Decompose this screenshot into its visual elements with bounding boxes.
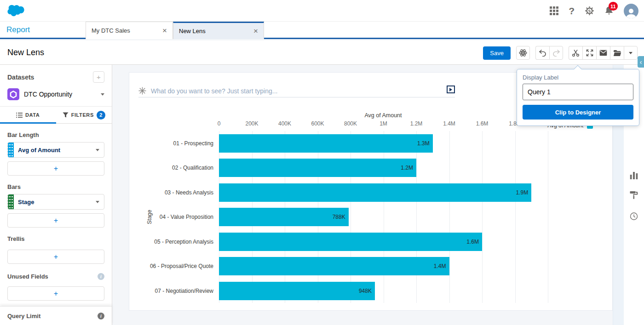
x-tick-label: 0 (218, 120, 221, 127)
bar-track: 1.9M (219, 180, 612, 205)
salesforce-logo-icon (7, 5, 24, 18)
category-label: 07 - Negotiation/Review (129, 288, 219, 294)
page-title: New Lens (7, 48, 44, 57)
category-label: 01 - Prospecting (129, 140, 219, 147)
info-icon[interactable]: i (98, 313, 104, 319)
bar-track: 1.4M (219, 254, 612, 279)
bar-track: 948K (219, 279, 612, 303)
formatting-roller-icon[interactable] (630, 191, 638, 201)
tab-label: My DTC Sales (92, 27, 130, 34)
bar-length-field[interactable]: Avg of Amount (7, 142, 104, 158)
tab-label: New Lens (179, 28, 206, 34)
x-tick-label: 1.4M (443, 120, 455, 127)
bar-length-value: Avg of Amount (14, 147, 96, 154)
share-email-button[interactable] (596, 46, 610, 60)
tab-my-dtc-sales[interactable]: My DTC Sales × (86, 22, 173, 39)
x-tick-label: 600K (311, 120, 324, 127)
bars-field[interactable]: Stage (7, 194, 104, 210)
x-tick-label: 400K (278, 120, 291, 127)
chart-row: 03 - Needs Analysis1.9M (129, 180, 612, 205)
sparkle-icon (138, 87, 146, 95)
actions-group (569, 46, 638, 60)
bar-track: 1.2M (219, 156, 612, 181)
app-launcher-icon[interactable] (550, 6, 558, 15)
search-input[interactable]: What do you want to see? Just start typi… (151, 87, 447, 95)
datasets-label: Datasets (7, 74, 34, 81)
clip-scissors-button[interactable] (569, 46, 582, 60)
close-icon[interactable]: × (162, 27, 167, 34)
category-label: 06 - Proposal/Price Quote (129, 263, 219, 269)
fullscreen-expand-button[interactable] (582, 46, 596, 60)
x-tick-label: 1M (380, 120, 387, 127)
clip-to-designer-button[interactable]: Clip to Designer (523, 105, 633, 120)
tab-new-lens[interactable]: New Lens × (173, 22, 264, 39)
bar-value-label: 948K (359, 288, 372, 294)
display-label-input[interactable] (523, 84, 633, 100)
query-limit-label: Query Limit (7, 313, 40, 319)
bar-track: 1.6M (219, 229, 612, 254)
bar[interactable]: 1.9M (219, 183, 531, 202)
info-icon[interactable]: i (98, 273, 104, 280)
chart-row: 04 - Value Proposition788K (129, 205, 612, 230)
chevron-down-icon (101, 93, 104, 96)
bar[interactable]: 1.4M (219, 257, 449, 275)
redo-button[interactable] (549, 46, 563, 60)
bar-value-label: 1.4M (434, 263, 446, 269)
tab-filters[interactable]: FILTERS 2 (56, 107, 112, 123)
drag-handle-icon[interactable] (8, 194, 14, 209)
bar-track: 788K (219, 205, 612, 230)
run-query-button[interactable] (447, 86, 455, 93)
x-tick-label: 200K (245, 120, 258, 127)
close-icon[interactable]: × (253, 27, 258, 35)
more-actions-dropdown[interactable] (624, 46, 638, 60)
dataset-icon (7, 88, 19, 100)
lens-toolbar: Save (483, 46, 638, 60)
add-trellis-button[interactable]: + (7, 250, 104, 264)
notifications-bell-icon[interactable]: 11 (604, 6, 614, 16)
play-icon (449, 88, 452, 91)
tab-data-label: DATA (25, 112, 40, 118)
tab-data[interactable]: DATA (0, 107, 56, 123)
bar[interactable]: 948K (219, 282, 375, 300)
undo-button[interactable] (535, 46, 549, 60)
breadcrumb-report-link[interactable]: Report (6, 25, 30, 34)
unused-fields-label: Unused Fields (7, 273, 48, 280)
bar[interactable]: 1.6M (219, 233, 482, 251)
chart-type-icon[interactable] (630, 172, 638, 181)
app-window: ? 11 Report My DTC Sales × New Lens × Ne… (0, 0, 644, 325)
query-limit-section: Query Limit i (0, 306, 112, 325)
avatar[interactable] (624, 4, 638, 18)
chart-row: 01 - Prospecting1.3M (129, 131, 612, 156)
bar-value-label: 1.3M (417, 140, 430, 147)
global-actions: ? 11 (550, 0, 638, 22)
bar-value-label: 1.9M (516, 189, 529, 196)
bar[interactable]: 1.3M (219, 134, 433, 153)
add-grouping-button[interactable]: + (7, 213, 104, 228)
setup-gear-icon[interactable] (585, 6, 594, 16)
drag-handle-icon[interactable] (8, 143, 14, 157)
bar-value-label: 788K (333, 214, 345, 220)
x-tick-label: 800K (344, 120, 357, 127)
dataset-selector[interactable]: DTC Opportunity (7, 88, 104, 106)
category-label: 02 - Qualification (129, 165, 219, 171)
query-sidebar: Datasets + DTC Opportunity DATA FILTERS … (0, 65, 112, 325)
x-tick-label: 1.2M (410, 120, 423, 127)
folder-button[interactable] (610, 46, 624, 60)
display-label: Display Label (523, 74, 633, 81)
help-icon[interactable]: ? (569, 6, 575, 17)
bar[interactable]: 1.2M (219, 159, 416, 177)
history-clock-icon[interactable] (630, 212, 638, 222)
einstein-discovery-button[interactable] (516, 46, 530, 60)
chart-row: 05 - Perception Analysis1.6M (129, 229, 612, 254)
trellis-label: Trellis (7, 235, 104, 242)
lens-header: New Lens Save (0, 40, 644, 65)
add-measure-button[interactable]: + (7, 161, 104, 176)
expand-panel-button[interactable]: ‹ (638, 56, 644, 68)
bar[interactable]: 788K (219, 208, 349, 226)
clip-to-designer-popover: Display Label Clip to Designer (517, 69, 639, 126)
add-dataset-button[interactable]: + (93, 71, 104, 83)
global-header: ? 11 (0, 0, 644, 22)
add-unused-field-button[interactable]: + (7, 286, 104, 301)
save-button[interactable]: Save (483, 46, 511, 60)
dataset-name: DTC Opportunity (24, 91, 101, 98)
